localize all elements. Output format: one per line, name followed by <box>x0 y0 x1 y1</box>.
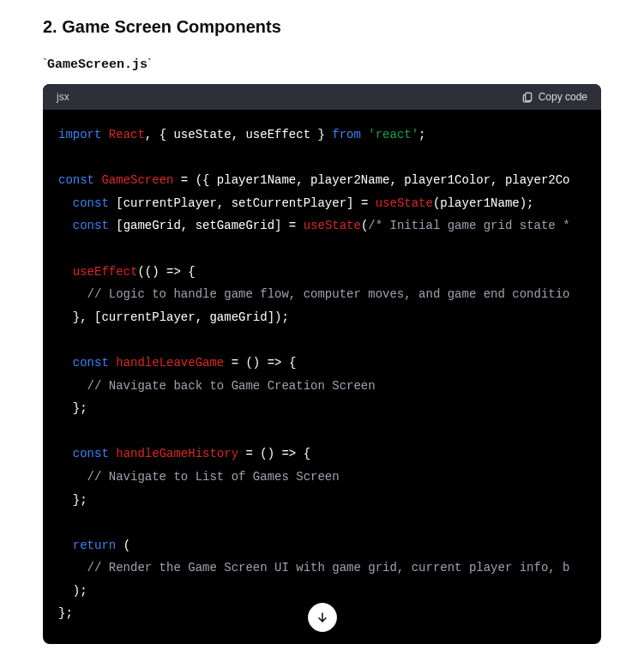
code-token: }; <box>58 606 73 620</box>
code-token: }; <box>73 493 87 507</box>
code-token: useState <box>376 196 433 210</box>
code-block: jsx Copy code import React, { useState, … <box>43 84 601 644</box>
code-token <box>58 219 73 232</box>
arrow-down-icon <box>316 611 329 624</box>
code-body[interactable]: import React, { useState, useEffect } fr… <box>43 110 601 644</box>
code-token: const <box>73 196 109 210</box>
code-token <box>101 128 108 141</box>
clipboard-icon <box>521 91 533 103</box>
svg-rect-0 <box>525 93 531 100</box>
code-token <box>109 447 116 460</box>
code-token: from <box>332 128 361 141</box>
code-block-wrapper: jsx Copy code import React, { useState, … <box>43 84 601 644</box>
filename-line: `GameScreen.js` <box>43 56 601 72</box>
code-token: const <box>58 173 94 187</box>
section-heading: 2. Game Screen Components <box>43 17 601 37</box>
code-token: useState <box>304 219 361 232</box>
code-token: useEffect <box>73 265 138 279</box>
code-token: (() => { <box>137 265 195 279</box>
code-token: const <box>73 356 109 370</box>
code-token: ; <box>418 128 425 141</box>
code-token: [gameGrid, setGameGrid] = <box>109 219 304 232</box>
code-token <box>58 310 73 324</box>
code-token: }; <box>73 401 87 415</box>
code-token: handleLeaveGame <box>116 356 224 370</box>
code-token: = () => { <box>224 356 296 370</box>
code-token <box>58 539 73 552</box>
code-token: ( <box>116 539 130 552</box>
code-token <box>58 265 73 279</box>
code-token: }, [currentPlayer, gameGrid]); <box>73 310 289 324</box>
code-token <box>58 561 87 575</box>
code-token: // Navigate to List of Games Screen <box>87 470 340 484</box>
code-token <box>58 196 73 210</box>
code-token: (player1Name); <box>433 196 534 210</box>
code-token: /* Initial game grid state * <box>368 219 569 232</box>
code-header: jsx Copy code <box>43 84 601 110</box>
code-token <box>58 379 87 393</box>
code-token: // Navigate back to Game Creation Screen <box>87 379 376 393</box>
code-token <box>58 447 73 460</box>
code-token: = ({ player1Name, player2Name, player1Co… <box>173 173 569 187</box>
code-token: [currentPlayer, setCurrentPlayer] = <box>109 196 376 210</box>
code-token: import <box>58 128 101 141</box>
code-token <box>58 470 87 484</box>
copy-code-label: Copy code <box>539 91 587 103</box>
code-token <box>58 584 73 598</box>
code-token <box>58 401 73 415</box>
code-token: 'react' <box>368 128 418 141</box>
code-token: // Render the Game Screen UI with game g… <box>87 561 570 575</box>
code-token: // Logic to handle game flow, computer m… <box>87 287 570 301</box>
code-token: = () => { <box>238 447 310 460</box>
code-token: GameScreen <box>101 173 173 187</box>
code-token: React <box>109 128 145 141</box>
code-token: , { useState, useEffect } <box>145 128 332 141</box>
code-token: handleGameHistory <box>116 447 238 460</box>
code-token <box>58 493 73 507</box>
code-token: return <box>73 539 116 552</box>
code-token: const <box>73 219 109 232</box>
code-token <box>109 356 116 370</box>
code-token: const <box>73 447 109 460</box>
code-token: ); <box>73 584 87 598</box>
scroll-down-button[interactable] <box>308 603 337 632</box>
code-token <box>58 287 87 301</box>
code-language-label: jsx <box>57 91 69 103</box>
code-token <box>58 356 73 370</box>
filename-code: GameScreen.js <box>47 57 147 72</box>
copy-code-button[interactable]: Copy code <box>521 91 587 103</box>
